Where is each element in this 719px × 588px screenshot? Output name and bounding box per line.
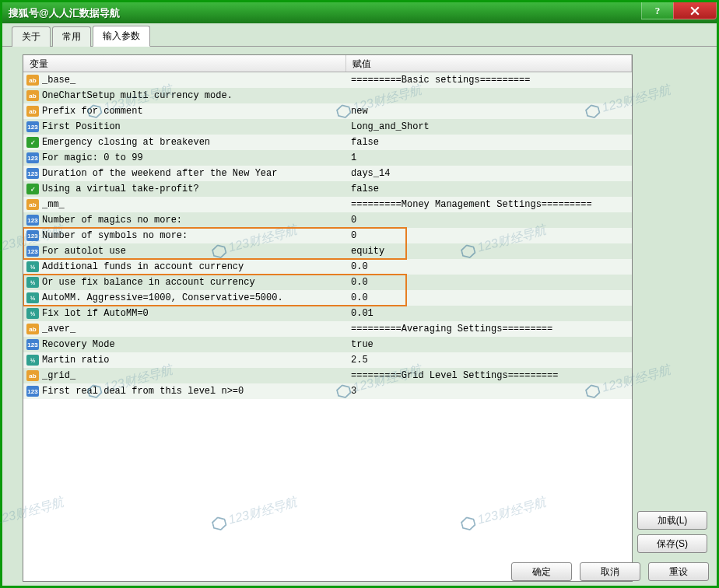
- table-row[interactable]: 123For autolot useequity: [23, 243, 632, 259]
- param-name: Martin ratio: [42, 355, 109, 366]
- cell-variable: ab_aver_: [23, 324, 346, 334]
- close-icon: [690, 6, 700, 16]
- cell-variable: 123First Position: [23, 121, 346, 132]
- reset-button[interactable]: 重设: [648, 562, 709, 581]
- ab-type-icon: ab: [26, 75, 39, 86]
- dbl-type-icon: ½: [26, 308, 39, 319]
- cell-variable: 123Duration of the weekend after the New…: [23, 168, 346, 179]
- param-name: Prefix for comment: [42, 106, 143, 117]
- close-button[interactable]: [673, 2, 717, 19]
- param-name: Or use fix balance in account currency: [42, 277, 255, 288]
- cell-value[interactable]: 0.0: [346, 261, 632, 272]
- cell-value[interactable]: 0: [346, 230, 632, 241]
- table-row[interactable]: ½Additional funds in account currency0.0: [23, 259, 632, 275]
- param-name: First Position: [42, 121, 121, 132]
- param-name: Number of symbols no more:: [42, 230, 188, 241]
- param-name: _aver_: [42, 324, 75, 334]
- cell-value[interactable]: 0.0: [346, 292, 632, 303]
- cell-variable: 123Number of magics no more:: [23, 215, 346, 226]
- cell-value[interactable]: days_14: [346, 168, 632, 179]
- cell-value[interactable]: new: [346, 106, 632, 117]
- cell-value[interactable]: 2.5: [346, 355, 632, 366]
- dbl-type-icon: ½: [26, 355, 39, 366]
- param-name: Emergency closing at breakeven: [42, 137, 210, 148]
- table-row[interactable]: ✓Using a virtual take-profit?false: [23, 181, 632, 197]
- cell-value[interactable]: =========Money Management Settings======…: [346, 199, 632, 210]
- cell-value[interactable]: =========Grid Level Settings=========: [346, 370, 632, 381]
- bool-type-icon: ✓: [26, 137, 39, 148]
- help-button[interactable]: ?: [641, 2, 674, 19]
- param-name: First real deal from this level n>=0: [42, 386, 244, 397]
- header-value[interactable]: 赋值: [346, 55, 632, 72]
- param-name: For autolot use: [42, 246, 126, 257]
- cell-value[interactable]: 0.0: [346, 277, 632, 288]
- table-row[interactable]: 123Number of magics no more:0: [23, 212, 632, 228]
- cell-value[interactable]: 0: [346, 215, 632, 226]
- cell-variable: abPrefix for comment: [23, 106, 346, 117]
- cell-value[interactable]: equity: [346, 246, 632, 257]
- table-row[interactable]: ab_mm_=========Money Management Settings…: [23, 197, 632, 212]
- cell-variable: ½AutoMM. Aggressive=1000, Conservative=5…: [23, 292, 346, 303]
- table-row[interactable]: abOneChartSetup multi currency mode.: [23, 88, 632, 103]
- cell-variable: 123Number of symbols no more:: [23, 230, 346, 241]
- table-row[interactable]: ✓Emergency closing at breakevenfalse: [23, 135, 632, 150]
- table-row[interactable]: ½AutoMM. Aggressive=1000, Conservative=5…: [23, 290, 632, 306]
- n123-type-icon: 123: [26, 152, 39, 163]
- table-row[interactable]: ab_grid_=========Grid Level Settings====…: [23, 368, 632, 383]
- cell-variable: ab_base_: [23, 75, 346, 86]
- cell-variable: abOneChartSetup multi currency mode.: [23, 90, 346, 101]
- table-row[interactable]: ab_aver_=========Averaging Settings=====…: [23, 321, 632, 337]
- table-row[interactable]: ab_base_=========Basic settings=========: [23, 72, 632, 88]
- header-variable[interactable]: 变量: [23, 55, 346, 72]
- table-row[interactable]: ½Fix lot if AutoMM=00.01: [23, 306, 632, 321]
- cell-variable: ab_mm_: [23, 199, 346, 210]
- tabs-row: 关于 常用 输入参数: [2, 23, 717, 47]
- cancel-button[interactable]: 取消: [580, 562, 640, 581]
- param-name: _base_: [42, 75, 75, 86]
- param-name: _mm_: [42, 199, 65, 210]
- cell-variable: ✓Emergency closing at breakeven: [23, 137, 346, 148]
- table-row[interactable]: 123Recovery Modetrue: [23, 337, 632, 352]
- save-button[interactable]: 保存(S): [637, 534, 707, 553]
- ok-button[interactable]: 确定: [511, 562, 572, 581]
- table-row[interactable]: 123First PositionLong_and_Short: [23, 119, 632, 135]
- dbl-type-icon: ½: [26, 292, 39, 303]
- ab-type-icon: ab: [26, 90, 39, 101]
- n123-type-icon: 123: [26, 246, 39, 257]
- cell-value[interactable]: 3: [346, 386, 632, 397]
- cell-value[interactable]: true: [346, 339, 632, 350]
- table-row[interactable]: 123For magic: 0 to 991: [23, 150, 632, 166]
- param-name: Duration of the weekend after the New Ye…: [42, 168, 277, 179]
- window-title: 搜狐号@人人汇数据导航: [9, 6, 120, 20]
- cell-value[interactable]: =========Averaging Settings=========: [346, 324, 632, 334]
- cell-value[interactable]: false: [346, 137, 632, 148]
- cell-value[interactable]: =========Basic settings=========: [346, 75, 632, 86]
- tab-common[interactable]: 常用: [52, 26, 91, 47]
- table-body[interactable]: ab_base_=========Basic settings=========…: [23, 72, 632, 582]
- n123-type-icon: 123: [26, 215, 39, 226]
- load-button[interactable]: 加载(L): [637, 511, 707, 530]
- tab-about[interactable]: 关于: [12, 26, 51, 47]
- ab-type-icon: ab: [26, 324, 39, 334]
- cell-value[interactable]: Long_and_Short: [346, 121, 632, 132]
- titlebar-buttons: ?: [642, 2, 717, 19]
- param-name: AutoMM. Aggressive=1000, Conservative=50…: [42, 292, 283, 303]
- table-row[interactable]: abPrefix for commentnew: [23, 103, 632, 119]
- cell-variable: ✓Using a virtual take-profit?: [23, 184, 346, 194]
- cell-variable: ½Or use fix balance in account currency: [23, 277, 346, 288]
- param-name: Using a virtual take-profit?: [42, 184, 199, 194]
- table-row[interactable]: ½Or use fix balance in account currency0…: [23, 275, 632, 290]
- cell-value[interactable]: false: [346, 184, 632, 194]
- table-row[interactable]: ½Martin ratio2.5: [23, 352, 632, 368]
- cell-value[interactable]: 0.01: [346, 308, 632, 319]
- table-row[interactable]: 123Number of symbols no more:0: [23, 228, 632, 243]
- cell-value[interactable]: 1: [346, 152, 632, 163]
- table-header: 变量 赋值: [23, 55, 632, 72]
- table-row[interactable]: 123First real deal from this level n>=03: [23, 383, 632, 399]
- titlebar: 搜狐号@人人汇数据导航 ?: [2, 2, 717, 23]
- n123-type-icon: 123: [26, 386, 39, 397]
- tab-inputs[interactable]: 输入参数: [93, 26, 150, 47]
- content-area: 变量 赋值 ab_base_=========Basic settings===…: [9, 47, 710, 556]
- table-row[interactable]: 123Duration of the weekend after the New…: [23, 166, 632, 181]
- n123-type-icon: 123: [26, 339, 39, 350]
